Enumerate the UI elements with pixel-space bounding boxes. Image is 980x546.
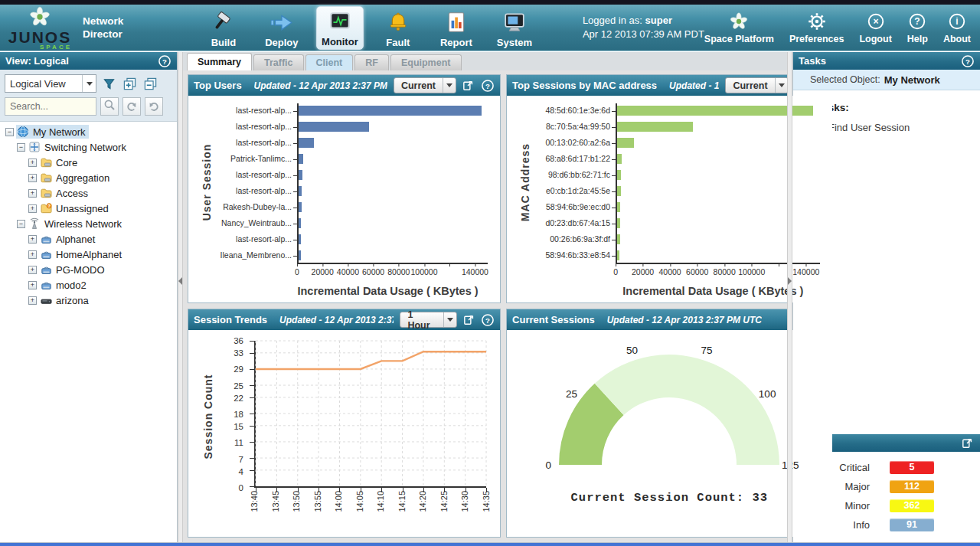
tree-item-content: HomeAlphanet xyxy=(39,247,125,261)
top-sessions-range-select[interactable]: Current xyxy=(725,77,788,93)
tab-rf[interactable]: RF xyxy=(354,54,389,70)
bar-row: last-resort-alp... xyxy=(299,122,488,132)
utility-space-platform[interactable]: Space Platform xyxy=(704,11,774,44)
alarm-count-badge[interactable]: 362 xyxy=(890,499,934,512)
fault-bell-icon xyxy=(387,11,410,36)
tab-client[interactable]: Client xyxy=(305,54,354,70)
collapse-node-icon[interactable]: − xyxy=(5,128,14,136)
bar-category-label: last-resort-alp... xyxy=(196,170,292,180)
bar xyxy=(299,122,369,132)
expand-node-icon[interactable]: + xyxy=(28,281,37,289)
export-icon[interactable] xyxy=(462,313,475,327)
utility-about[interactable]: iAbout xyxy=(943,11,971,44)
tab-traffic[interactable]: Traffic xyxy=(253,54,304,70)
view-toolbar: Logical View xyxy=(0,70,177,95)
top-users-header: Top Users Updated - 12 Apr 2013 2:37 PM … xyxy=(188,75,500,96)
logged-in-user: super xyxy=(645,15,672,26)
help-icon[interactable]: ? xyxy=(961,54,975,68)
help-icon[interactable]: ? xyxy=(481,79,495,93)
left-collapse-handle[interactable] xyxy=(178,52,183,542)
nav-system[interactable]: System xyxy=(491,8,538,50)
utility-preferences[interactable]: Preferences xyxy=(789,11,844,44)
tree-item-label: Access xyxy=(56,188,88,199)
expand-node-icon[interactable]: + xyxy=(28,235,37,244)
expand-node-icon[interactable]: + xyxy=(28,189,37,198)
tasks-header: Tasks ? xyxy=(793,52,980,70)
tree-item-switching-network[interactable]: −Switching Network xyxy=(0,139,177,155)
alarm-count-badge[interactable]: 5 xyxy=(890,461,934,474)
alarm-count-badge[interactable]: 91 xyxy=(890,518,934,531)
workspace: View: Logical ? Logical View −My Network… xyxy=(0,52,980,542)
panel-title: Top Users xyxy=(194,80,242,91)
x-tick-label: 20000 xyxy=(632,267,654,276)
folder-device-icon xyxy=(40,172,53,184)
search-button[interactable] xyxy=(100,97,119,116)
help-icon[interactable]: ? xyxy=(158,54,172,68)
report-chart-icon xyxy=(445,11,468,36)
help-icon[interactable]: ? xyxy=(481,313,495,327)
tree-item-my-network[interactable]: −My Network xyxy=(0,124,177,139)
tree-item-aggregation[interactable]: +Aggregation xyxy=(0,170,177,185)
redo-icon xyxy=(148,99,160,114)
undo-button[interactable] xyxy=(122,97,141,116)
tab-equipment[interactable]: Equipment xyxy=(390,54,462,70)
export-icon[interactable] xyxy=(961,436,975,450)
nav-report[interactable]: Report xyxy=(433,8,480,50)
chevron-down-icon[interactable] xyxy=(775,78,788,93)
bar-row: Patrick-Tanlimc... xyxy=(299,154,488,164)
tree-item-core[interactable]: +Core xyxy=(0,155,177,170)
x-tick-label: 13:40 xyxy=(250,491,259,521)
filter-funnel-icon[interactable] xyxy=(100,75,117,92)
tab-summary[interactable]: Summary xyxy=(187,53,252,70)
view-type-select[interactable]: Logical View xyxy=(5,74,96,93)
collapse-all-icon[interactable] xyxy=(142,75,158,92)
svg-text:?: ? xyxy=(162,57,167,65)
y-tick-mark xyxy=(250,486,254,487)
y-axis-ticks: 0471115182225293336 xyxy=(217,341,250,488)
tree-item-label: modo2 xyxy=(56,280,87,291)
nav-build[interactable]: Build xyxy=(200,8,247,50)
y-tick-mark xyxy=(250,369,254,370)
nav-label: Build xyxy=(211,37,237,48)
tree-item-access[interactable]: +Access xyxy=(0,185,177,201)
device-icon xyxy=(40,294,53,306)
alarm-count-badge[interactable]: 112 xyxy=(890,480,934,493)
expand-node-icon[interactable]: + xyxy=(28,204,37,213)
tree-item-arizona[interactable]: +arizona xyxy=(0,293,177,308)
export-icon[interactable] xyxy=(462,79,475,93)
search-input[interactable] xyxy=(5,97,96,116)
expand-node-icon[interactable]: + xyxy=(28,159,37,167)
tree-item-pg-modo[interactable]: +PG-MODO xyxy=(0,262,177,277)
expand-all-icon[interactable] xyxy=(121,75,138,92)
utility-help[interactable]: ?Help xyxy=(907,11,928,44)
tree-item-unassigned[interactable]: +?Unassigned xyxy=(0,201,177,216)
tree-item-homealphanet[interactable]: +HomeAlphanet xyxy=(0,247,177,262)
session-trends-range-select[interactable]: 1 Hour xyxy=(400,312,456,328)
expand-node-icon[interactable]: + xyxy=(28,174,37,182)
expand-node-icon[interactable]: + xyxy=(28,296,37,305)
nav-deploy[interactable]: Deploy xyxy=(258,8,305,50)
top-users-range-select[interactable]: Current xyxy=(394,77,456,93)
expand-node-icon[interactable]: + xyxy=(28,250,37,259)
tree-item-wireless-network[interactable]: −Wireless Network xyxy=(0,216,177,231)
tree-item-modo2[interactable]: +modo2 xyxy=(0,277,177,293)
redo-button[interactable] xyxy=(145,97,163,116)
right-collapse-handle[interactable] xyxy=(787,52,792,542)
chevron-down-icon[interactable] xyxy=(443,78,456,93)
utility-logout[interactable]: ×Logout xyxy=(859,11,891,44)
bar-category-label: e0:cb:1d:2a:45:5e xyxy=(514,186,610,196)
tree-item-alphanet[interactable]: +Alphanet xyxy=(0,231,177,247)
nav-monitor[interactable]: Monitor xyxy=(316,6,364,50)
bar-row: last-resort-alp... xyxy=(299,186,488,196)
nav-fault[interactable]: Fault xyxy=(374,8,422,50)
login-datetime: Apr 12 2013 07:39 AM PDT xyxy=(583,28,704,41)
bar xyxy=(299,154,303,164)
session-trends-header: Session Trends Updated - 12 Apr 2013 2:3… xyxy=(188,309,500,330)
collapse-node-icon[interactable]: − xyxy=(17,143,25,152)
bar xyxy=(617,106,813,116)
chevron-down-icon[interactable] xyxy=(443,312,456,327)
collapse-node-icon[interactable]: − xyxy=(17,220,25,228)
chevron-down-icon[interactable] xyxy=(82,75,96,92)
y-tick-mark xyxy=(250,397,254,398)
expand-node-icon[interactable]: + xyxy=(28,266,37,274)
